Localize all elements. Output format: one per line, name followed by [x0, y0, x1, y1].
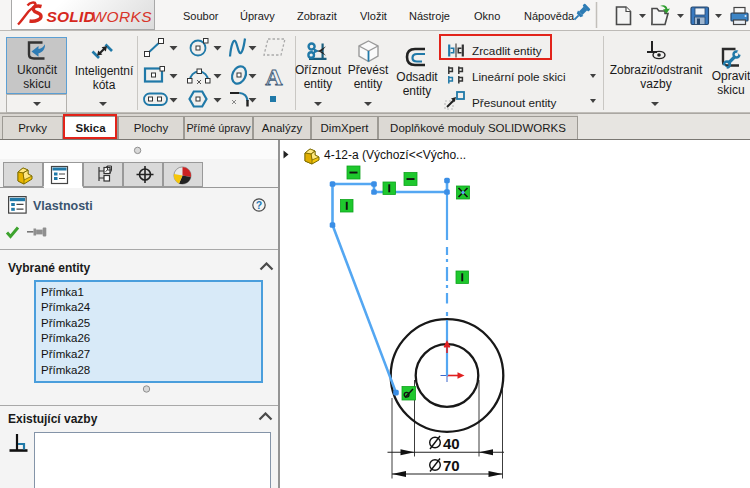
- svg-text:WORKS: WORKS: [92, 8, 153, 25]
- svg-text:SOLID: SOLID: [47, 8, 95, 25]
- svg-text:4-12-a (Výchozí<<Výcho...: 4-12-a (Výchozí<<Výcho...: [324, 148, 466, 162]
- svg-text:?: ?: [256, 199, 262, 211]
- svg-text:70: 70: [443, 457, 460, 474]
- svg-text:A: A: [265, 64, 283, 90]
- svg-text:40: 40: [443, 435, 460, 452]
